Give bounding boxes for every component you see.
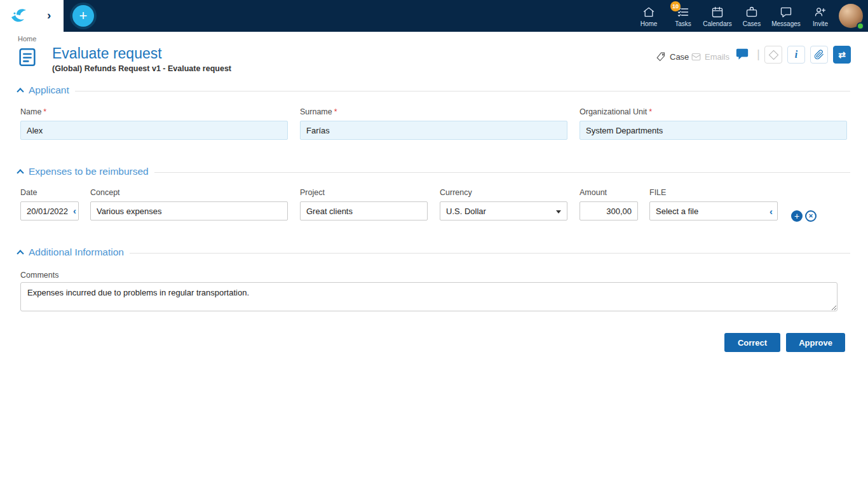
case-label: Case — [670, 52, 689, 62]
remove-row-button[interactable]: ✕ — [805, 210, 817, 222]
online-status-dot — [857, 22, 864, 30]
organizational-unit-label: Organizational Unit* — [580, 107, 847, 116]
envelope-icon — [691, 51, 702, 62]
nav-label: Cases — [743, 20, 761, 27]
attachments-button[interactable] — [810, 46, 828, 64]
collapse-chevron-icon — [17, 250, 24, 257]
currency-label: Currency — [440, 188, 567, 197]
comment-bubble-icon — [735, 47, 750, 61]
emails-label: Emails — [705, 52, 729, 62]
section-title: Expenses to be reimbursed — [29, 166, 149, 177]
correct-button[interactable]: Correct — [724, 333, 780, 352]
nav-label: Tasks — [675, 20, 691, 27]
reassign-button[interactable]: ⇄ — [833, 46, 851, 64]
expand-sidebar-chevron[interactable]: › — [47, 8, 51, 23]
file-picker-text: Select a file — [656, 207, 698, 216]
topbar: › + Home 10 Tasks — [0, 0, 868, 32]
file-label: FILE — [649, 188, 778, 197]
nav-home[interactable]: Home — [632, 3, 666, 30]
file-picker[interactable]: Select a file ‹ — [649, 201, 778, 220]
tasks-badge: 10 — [670, 1, 681, 11]
nav-invite[interactable]: Invite — [803, 3, 837, 30]
field-surname: Surname* — [300, 107, 567, 140]
flokzu-app: › + Home 10 Tasks — [0, 0, 868, 488]
info-icon: i — [795, 49, 797, 60]
project-label: Project — [300, 188, 428, 197]
collapse-chevron-icon — [17, 88, 24, 95]
transfer-arrows-icon: ⇄ — [838, 50, 846, 60]
nav-label: Messages — [771, 20, 801, 27]
section-expenses-header[interactable]: Expenses to be reimbursed — [18, 166, 850, 177]
filepicker-chevron-icon: ‹ — [770, 206, 773, 217]
date-label: Date — [20, 188, 79, 197]
field-concept: Concept — [90, 188, 288, 220]
header-separator: | — [757, 47, 760, 61]
nav-label: Home — [641, 20, 658, 27]
top-navigation: Home 10 Tasks Calendars Cases — [632, 3, 837, 30]
required-mark: * — [649, 107, 652, 116]
logo-block: › — [0, 0, 64, 32]
calendar-icon — [711, 6, 724, 18]
tag-icon — [656, 51, 667, 62]
concept-label: Concept — [90, 188, 288, 197]
project-input[interactable] — [300, 201, 428, 220]
field-date: Date ‹ — [20, 188, 79, 220]
section-divider — [75, 91, 850, 92]
nav-calendars[interactable]: Calendars — [700, 3, 735, 30]
surname-input[interactable] — [300, 121, 567, 140]
datepicker-chevron-icon[interactable]: ‹ — [73, 206, 76, 216]
page-subtitle: (Global) Refunds Request v1 - Evaluate r… — [52, 64, 231, 73]
paperclip-icon — [814, 50, 824, 60]
section-divider — [130, 253, 850, 254]
page-title: Evaluate request — [52, 45, 162, 62]
required-mark: * — [334, 107, 337, 116]
section-applicant-header[interactable]: Applicant — [18, 85, 850, 96]
field-organizational-unit: Organizational Unit* — [580, 107, 847, 140]
field-amount: Amount — [580, 188, 638, 220]
nav-tasks[interactable]: 10 Tasks — [666, 3, 700, 30]
nav-label: Invite — [813, 20, 828, 27]
gateway-diamond-icon — [768, 50, 778, 60]
new-case-button[interactable]: + — [72, 5, 94, 27]
invite-person-icon — [814, 6, 827, 18]
currency-select[interactable]: U.S. Dollar — [440, 202, 567, 220]
comments-label: Comments — [20, 271, 58, 280]
approve-button[interactable]: Approve — [786, 333, 845, 352]
comments-button[interactable] — [734, 47, 750, 62]
breadcrumb-home[interactable]: Home — [18, 35, 36, 43]
chat-bubble-icon — [780, 6, 792, 18]
task-form-icon — [17, 46, 38, 68]
amount-input[interactable] — [580, 201, 638, 220]
nav-label: Calendars — [703, 20, 732, 27]
plus-icon: + — [79, 9, 88, 23]
flokzu-logo[interactable] — [9, 6, 29, 26]
add-row-button[interactable]: + — [791, 210, 803, 222]
organizational-unit-input[interactable] — [580, 121, 847, 140]
case-toggle[interactable]: Case — [656, 50, 689, 63]
section-title: Applicant — [29, 85, 69, 96]
field-currency: Currency U.S. Dollar — [440, 188, 567, 220]
section-additional-header[interactable]: Additional Information — [18, 247, 850, 258]
info-button[interactable]: i — [787, 46, 805, 64]
briefcase-icon — [745, 6, 758, 18]
emails-toggle[interactable]: Emails — [691, 50, 729, 63]
collapse-chevron-icon — [17, 169, 24, 176]
surname-label: Surname* — [300, 107, 567, 116]
concept-input[interactable] — [90, 201, 288, 220]
required-mark: * — [43, 107, 46, 116]
nav-messages[interactable]: Messages — [769, 3, 803, 30]
name-input[interactable] — [20, 121, 288, 140]
name-label: Name* — [20, 107, 288, 116]
section-title: Additional Information — [29, 247, 124, 258]
comments-textarea[interactable]: Expenses incurred due to problems in reg… — [20, 282, 837, 311]
process-map-button[interactable] — [764, 46, 782, 64]
nav-cases[interactable]: Cases — [735, 3, 769, 30]
field-name: Name* — [20, 107, 288, 140]
amount-label: Amount — [580, 188, 638, 197]
home-icon — [642, 6, 655, 18]
section-divider — [154, 172, 850, 173]
date-input[interactable] — [20, 201, 79, 220]
field-project: Project — [300, 188, 428, 220]
field-file: FILE Select a file ‹ — [649, 188, 778, 220]
